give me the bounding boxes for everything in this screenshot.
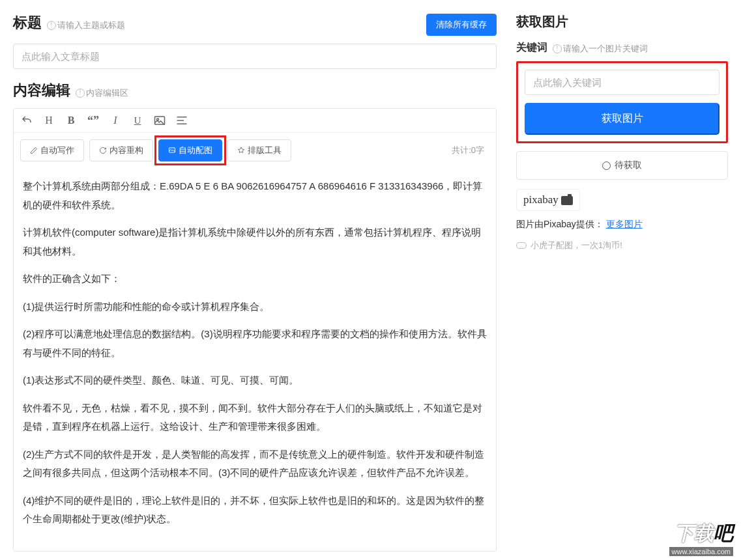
- paragraph: (2)程序可以满意地处理信息的数据结构。(3)说明程序功能要求和程序需要的文档的…: [23, 325, 487, 362]
- restructure-button[interactable]: 内容重构: [89, 139, 153, 161]
- paragraph: (2)生产方式不同的软件是开发，是人类智能的高发挥，而不是传统意义上的硬件制造。…: [23, 445, 487, 483]
- camera-icon: [561, 196, 573, 205]
- image-icon[interactable]: [153, 114, 166, 127]
- paragraph: (1)提供运行时所需功能和性能的命令或计算机程序集合。: [23, 298, 487, 316]
- auto-write-button[interactable]: 自动写作: [20, 139, 84, 161]
- align-icon[interactable]: [175, 114, 188, 127]
- clear-cache-button[interactable]: 清除所有缓存: [426, 14, 497, 36]
- circle-icon: [602, 161, 611, 170]
- title-hint: ! 请输入主题或标题: [47, 20, 125, 31]
- watermark: 下载吧 www.xiazaiba.com: [669, 520, 733, 556]
- auto-image-button[interactable]: 自动配图: [158, 139, 222, 161]
- article-title-input[interactable]: [13, 44, 497, 69]
- taobi-note: 小虎子配图，一次1淘币!: [516, 240, 728, 251]
- cloud-icon: [516, 242, 527, 249]
- quote-icon[interactable]: “”: [87, 114, 100, 127]
- paragraph: 软件看不见，无色，枯燥，看不见，摸不到，闻不到。软件大部分存在于人们的头脑或纸上…: [23, 399, 487, 436]
- underline-icon[interactable]: U: [131, 114, 144, 127]
- paragraph: 计算机软件(computer software)是指计算机系统中除硬件以外的所有…: [23, 223, 487, 260]
- layout-tool-button[interactable]: 排版工具: [227, 139, 291, 161]
- keyword-input[interactable]: [525, 70, 719, 95]
- content-hint: ! 内容编辑区: [76, 87, 128, 99]
- editor-box: H B “” I U 自动写作 内容重构: [13, 108, 497, 552]
- heading-icon[interactable]: H: [42, 114, 55, 127]
- info-icon: !: [76, 89, 85, 98]
- fetch-image-title: 获取图片: [516, 13, 728, 31]
- image-credit: 图片由Pixabay提供： 更多图片: [516, 219, 728, 231]
- content-label: 内容编辑: [13, 81, 70, 100]
- bold-icon[interactable]: B: [65, 114, 78, 127]
- action-toolbar: 自动写作 内容重构 自动配图 排版工具 共计:0字: [14, 133, 496, 168]
- content-section-header: 内容编辑 ! 内容编辑区: [13, 81, 497, 100]
- pending-status: 待获取: [516, 151, 728, 180]
- paragraph: (1)表达形式不同的硬件类型、颜色、味道、可见、可摸、可闻。: [23, 371, 487, 390]
- title-section-header: 标题 ! 请输入主题或标题 清除所有缓存: [13, 13, 497, 36]
- format-toolbar: H B “” I U: [14, 109, 496, 133]
- fetch-image-button[interactable]: 获取图片: [525, 103, 719, 135]
- paragraph: 整个计算机系统由两部分组成：E.69DA 5 E 6 BA 9062616964…: [23, 177, 487, 214]
- undo-icon[interactable]: [20, 114, 33, 127]
- info-icon: !: [553, 44, 562, 53]
- word-count: 共计:0字: [452, 145, 484, 156]
- paragraph: 软件的正确含义如下：: [23, 270, 487, 288]
- keyword-label: 关键词: [516, 41, 547, 55]
- paragraph: (4)维护不同的硬件是旧的，理论上软件是旧的，并不坏，但实际上软件也是旧的和坏的…: [23, 492, 487, 529]
- keyword-hint: ! 请输入一个图片关键词: [553, 43, 648, 55]
- keyword-block: 获取图片: [516, 61, 728, 143]
- more-images-link[interactable]: 更多图片: [606, 219, 643, 229]
- title-label: 标题: [13, 13, 42, 33]
- pixabay-logo: pixabay: [516, 189, 580, 211]
- editor-content[interactable]: 整个计算机系统由两部分组成：E.69DA 5 E 6 BA 9062616964…: [14, 168, 496, 551]
- italic-icon[interactable]: I: [109, 114, 122, 127]
- info-icon: !: [47, 21, 56, 30]
